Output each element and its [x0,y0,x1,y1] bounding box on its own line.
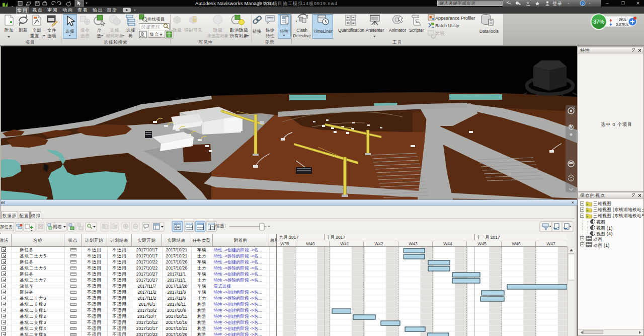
svg-text:附着: 附着 [53,224,62,229]
svg-text:37%: 37% [593,19,604,25]
svg-text:0.07K/s: 0.07K/s [616,22,629,27]
svg-text:登录: 登录 [552,1,562,6]
svg-text:?: ? [582,2,584,6]
svg-text:0K/s: 0K/s [619,17,626,22]
